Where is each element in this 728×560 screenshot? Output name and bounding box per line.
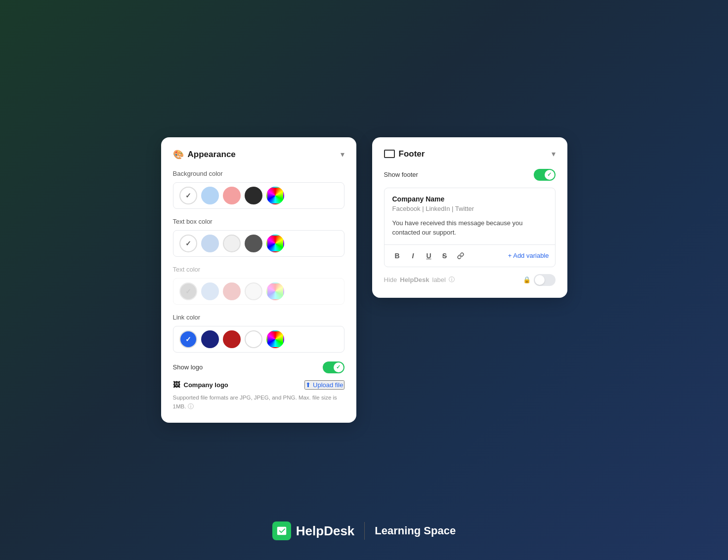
hide-helpdesk-toggle xyxy=(534,274,556,286)
tc-color-white xyxy=(245,282,262,300)
tc-color-gray: ✓ xyxy=(179,282,197,300)
show-footer-label: Show footer xyxy=(384,171,418,178)
link-separator: | xyxy=(452,205,455,212)
toggle-check-icon: ✓ xyxy=(547,171,552,178)
appearance-panel: 🎨 Appearance ▾ Background color ✓ Text b… xyxy=(161,137,356,423)
hide-helpdesk-label-end: label xyxy=(432,276,446,283)
palette-icon: 🎨 xyxy=(173,149,184,160)
vertical-divider xyxy=(364,522,365,540)
bg-color-lightblue[interactable] xyxy=(201,187,219,204)
hide-helpdesk-label: Hide xyxy=(384,276,397,283)
footer-panel: Footer ▾ Show footer ✓ Company Name Face… xyxy=(372,137,567,298)
hide-helpdesk-controls: 🔒 xyxy=(523,274,556,286)
bg-color-black[interactable] xyxy=(245,187,262,204)
learning-space-label: Learning Space xyxy=(375,524,456,537)
footer-editor[interactable]: Company Name Facebook | LinkedIn | Twitt… xyxy=(384,188,556,267)
helpdesk-logo: HelpDesk xyxy=(272,521,355,540)
tc-color-lightblue xyxy=(201,282,219,300)
add-variable-button[interactable]: + Add variable xyxy=(508,252,549,259)
lc-color-blue[interactable]: ✓ xyxy=(179,330,197,348)
toggle-knob: ✓ xyxy=(545,170,555,180)
footer-company-name[interactable]: Company Name xyxy=(392,195,547,203)
tb-color-white[interactable]: ✓ xyxy=(179,235,197,252)
hide-helpdesk-brand: HelpDesk xyxy=(400,276,429,283)
tc-color-custom xyxy=(266,282,284,300)
footer-chevron-icon[interactable]: ▾ xyxy=(552,149,556,159)
check-icon: ✓ xyxy=(185,287,191,295)
appearance-chevron-icon[interactable]: ▾ xyxy=(341,150,344,159)
text-color-row: ✓ xyxy=(173,278,344,305)
appearance-panel-title: Appearance xyxy=(188,150,236,160)
upload-file-label: Upload file xyxy=(313,381,343,389)
lock-icon: 🔒 xyxy=(523,276,531,283)
check-icon: ✓ xyxy=(185,335,191,343)
show-logo-toggle[interactable]: ✓ xyxy=(323,361,344,373)
upload-file-button[interactable]: ⬆ Upload file xyxy=(304,380,344,390)
footer-toolbar: B I U S + Add variable xyxy=(385,244,555,267)
background-color-label: Background color xyxy=(173,170,344,177)
show-logo-row: Show logo ✓ xyxy=(173,361,344,373)
italic-button[interactable]: I xyxy=(406,249,420,263)
tb-color-custom[interactable] xyxy=(266,235,284,252)
footer-editor-content[interactable]: Company Name Facebook | LinkedIn | Twitt… xyxy=(385,188,555,244)
text-box-color-row: ✓ xyxy=(173,230,344,257)
lc-color-darkred[interactable] xyxy=(223,330,241,348)
appearance-panel-header: 🎨 Appearance ▾ xyxy=(173,149,344,160)
tb-color-darkgray[interactable] xyxy=(245,235,262,252)
logo-icon xyxy=(272,521,291,540)
background-color-row: ✓ xyxy=(173,182,344,209)
show-footer-row: Show footer ✓ xyxy=(384,169,556,181)
check-icon: ✓ xyxy=(185,240,191,247)
link-button[interactable] xyxy=(454,249,468,263)
lc-color-custom[interactable] xyxy=(266,330,284,348)
company-logo-row: 🖼 Company logo ⬆ Upload file xyxy=(173,380,344,390)
toggle-locked-knob xyxy=(535,275,545,285)
tc-color-salmon xyxy=(223,282,241,300)
company-logo-label: Company logo xyxy=(184,381,228,389)
text-color-label: Text color xyxy=(173,266,344,273)
toggle-knob: ✓ xyxy=(334,362,343,372)
link-color-label: Link color xyxy=(173,314,344,321)
toggle-check-icon: ✓ xyxy=(336,364,341,370)
strikethrough-button[interactable]: S xyxy=(438,249,452,263)
footer-link-linkedin[interactable]: LinkedIn xyxy=(426,205,450,212)
link-color-row: ✓ xyxy=(173,326,344,353)
show-logo-label: Show logo xyxy=(173,363,203,371)
company-logo-left: 🖼 Company logo xyxy=(173,381,228,389)
helpdesk-name: HelpDesk xyxy=(296,523,355,539)
footer-links: Facebook | LinkedIn | Twitter xyxy=(392,205,547,212)
footer-title-group: Footer xyxy=(384,149,425,159)
monitor-icon xyxy=(384,150,395,158)
logo-svg xyxy=(276,525,287,536)
lc-color-white[interactable] xyxy=(245,330,262,348)
hide-helpdesk-row: Hide HelpDesk label ⓘ 🔒 xyxy=(384,274,556,286)
lc-color-darkblue[interactable] xyxy=(201,330,219,348)
text-box-color-label: Text box color xyxy=(173,218,344,225)
upload-icon: ⬆ xyxy=(305,381,311,389)
footer-link-twitter[interactable]: Twitter xyxy=(455,205,474,212)
image-icon: 🖼 xyxy=(173,381,180,389)
bold-button[interactable]: B xyxy=(390,249,404,263)
bg-color-custom[interactable] xyxy=(266,187,284,204)
bottom-bar: HelpDesk Learning Space xyxy=(272,521,456,540)
bg-color-white[interactable]: ✓ xyxy=(179,187,197,204)
footer-body-text[interactable]: You have received this message because y… xyxy=(392,218,547,238)
bg-color-salmon[interactable] xyxy=(223,187,241,204)
show-footer-toggle[interactable]: ✓ xyxy=(534,169,556,181)
footer-panel-header: Footer ▾ xyxy=(384,149,556,159)
check-icon: ✓ xyxy=(185,192,191,200)
underline-button[interactable]: U xyxy=(422,249,436,263)
file-note-text: Supported file formats are JPG, JPEG, an… xyxy=(173,394,344,411)
info-icon: ⓘ xyxy=(449,276,455,284)
info-icon: ⓘ xyxy=(188,403,194,410)
footer-panel-title: Footer xyxy=(399,149,425,159)
hide-helpdesk-left: Hide HelpDesk label ⓘ xyxy=(384,276,455,284)
footer-link-facebook[interactable]: Facebook xyxy=(392,205,421,212)
tb-color-lightblue[interactable] xyxy=(201,235,219,252)
tb-color-lightgray[interactable] xyxy=(223,235,241,252)
appearance-title-group: 🎨 Appearance xyxy=(173,149,236,160)
link-icon xyxy=(457,252,464,259)
